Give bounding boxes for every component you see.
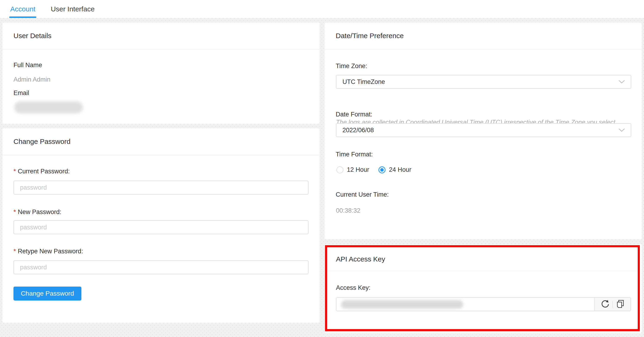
current-password-input[interactable] (14, 180, 308, 194)
time-format-label: Time Format: (336, 151, 373, 158)
full-name-label: Full Name (14, 62, 42, 69)
tab-account[interactable]: Account (10, 0, 35, 18)
copy-icon (616, 299, 625, 310)
date-format-select-value: 2022/06/08 (342, 127, 374, 134)
required-asterisk: * (14, 208, 16, 216)
timezone-select-value: UTC TimeZone (342, 78, 385, 86)
user-details-header: User Details (2, 22, 320, 50)
access-key-input[interactable] (336, 298, 594, 311)
active-tab-underline (9, 16, 36, 18)
radio-24-hour[interactable] (378, 166, 386, 174)
api-title: API Access Key (336, 255, 385, 263)
time-format-radio-group: 12 Hour 24 Hour (336, 166, 411, 174)
datetime-preference-card: Date/Time Preference Time Zone: UTC Time… (325, 22, 642, 240)
radio-12-hour[interactable] (336, 166, 344, 174)
new-password-input[interactable] (14, 220, 308, 234)
email-value-redacted (14, 102, 83, 113)
tab-user-interface[interactable]: User Interface (51, 0, 94, 18)
date-format-label: Date Format: (336, 111, 372, 118)
current-user-time-value: 00:38:32 (336, 207, 360, 214)
access-key-value-redacted (341, 300, 463, 309)
radio-24-hour-label[interactable]: 24 Hour (389, 166, 411, 174)
tab-account-label: Account (10, 5, 35, 13)
timezone-label: Time Zone: (336, 62, 367, 70)
email-label: Email (14, 90, 29, 97)
full-name-value: Admin Admin (14, 76, 50, 83)
date-format-select[interactable]: 2022/06/08 (336, 123, 631, 137)
user-details-title: User Details (14, 32, 52, 40)
datetime-header: Date/Time Preference (325, 22, 642, 50)
change-password-button[interactable]: Change Password (14, 286, 81, 300)
current-password-label: *Current Password: (14, 168, 70, 175)
access-key-input-group (336, 297, 631, 311)
change-password-card: Change Password *Current Password: *New … (2, 128, 320, 322)
change-password-header: Change Password (2, 128, 320, 155)
api-header: API Access Key (327, 247, 638, 271)
chevron-down-icon (618, 78, 625, 86)
radio-12-hour-label[interactable]: 12 Hour (347, 166, 369, 174)
datetime-title: Date/Time Preference (336, 32, 404, 40)
required-asterisk: * (14, 168, 16, 175)
user-details-card: User Details Full Name Admin Admin Email (2, 22, 320, 124)
new-password-label: *New Password: (14, 208, 62, 216)
retype-new-password-label: *Retype New Password: (14, 248, 83, 255)
change-password-title: Change Password (14, 138, 70, 146)
timezone-select[interactable]: UTC TimeZone (336, 75, 631, 89)
required-asterisk: * (14, 248, 16, 255)
refresh-icon (600, 299, 610, 310)
top-tab-bar: Account User Interface (0, 0, 644, 18)
access-key-label: Access Key: (336, 284, 370, 292)
tab-user-interface-label: User Interface (51, 5, 94, 13)
current-user-time-label: Current User Time: (336, 191, 389, 198)
api-access-key-card: API Access Key Access Key: (325, 245, 640, 331)
retype-new-password-input[interactable] (14, 260, 308, 274)
access-key-actions (594, 298, 630, 311)
regenerate-key-button[interactable] (598, 298, 612, 311)
copy-key-button[interactable] (613, 298, 628, 311)
chevron-down-icon (618, 127, 625, 134)
